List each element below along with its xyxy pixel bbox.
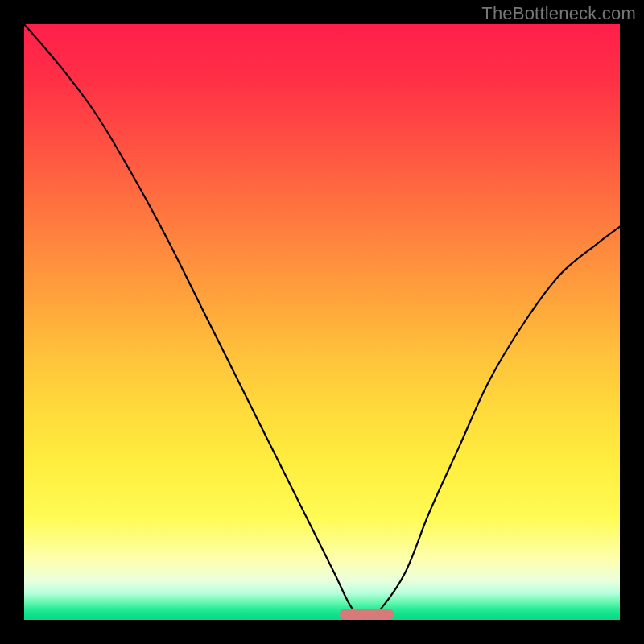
bottleneck-curve: [24, 24, 620, 620]
optimal-range-marker: [340, 609, 394, 620]
watermark-text: TheBottleneck.com: [481, 3, 636, 24]
plot-area: [24, 24, 620, 620]
chart-frame: TheBottleneck.com: [0, 0, 644, 644]
